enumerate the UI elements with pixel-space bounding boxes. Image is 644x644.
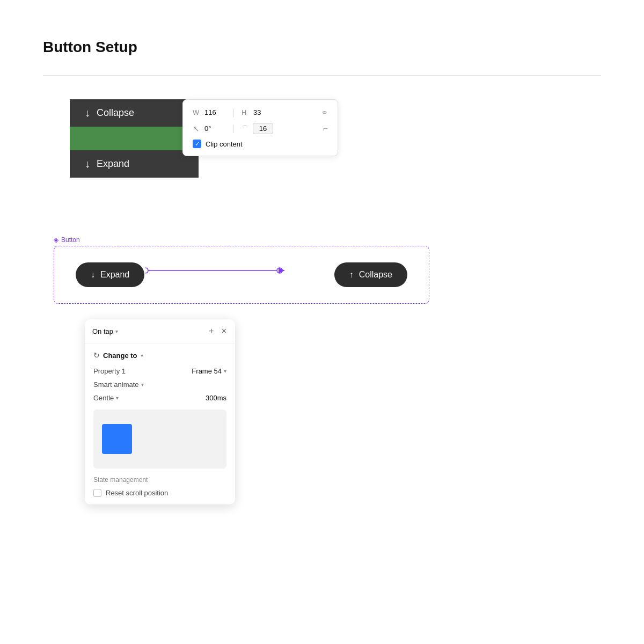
property-name: Property 1 bbox=[93, 367, 126, 375]
divider bbox=[43, 75, 601, 76]
arrow-down-icon: ↓ bbox=[85, 107, 90, 119]
smart-animate-text: Smart animate bbox=[93, 380, 139, 389]
corner-radius-icon: ⌒ bbox=[241, 124, 248, 134]
separator bbox=[233, 108, 234, 117]
add-action-button[interactable]: + bbox=[208, 326, 215, 336]
on-tap-chevron-icon: ▾ bbox=[115, 328, 118, 334]
dimensions-row: W 116 H 33 ⚭ bbox=[193, 107, 328, 118]
frame-selector[interactable]: Frame 54 ▾ bbox=[192, 367, 226, 375]
reset-scroll-checkbox[interactable] bbox=[93, 489, 101, 497]
timing-row: Gentle ▾ 300ms bbox=[93, 394, 226, 402]
expand-button[interactable]: ↓ Expand bbox=[70, 150, 199, 178]
frame-selector-chevron-icon: ▾ bbox=[224, 368, 226, 374]
interaction-section: ◈ Button ↓ Expand ↑ Collapse bbox=[54, 236, 429, 304]
expand-pill-label: Expand bbox=[100, 270, 129, 280]
change-to-row: ↻ Change to ▾ bbox=[93, 351, 226, 360]
component-label-row: ◈ Button bbox=[54, 236, 429, 244]
close-panel-button[interactable]: × bbox=[221, 326, 228, 336]
buttons-section: ↓ Collapse ↓ Expand bbox=[70, 99, 199, 178]
on-tap-label-row: On tap ▾ bbox=[92, 327, 118, 335]
timing-chevron-icon: ▾ bbox=[116, 395, 119, 401]
separator2 bbox=[233, 125, 234, 133]
expand-arrow-icon: ↓ bbox=[91, 270, 95, 280]
on-tap-text: On tap bbox=[92, 327, 113, 335]
action-panel: On tap ▾ + × ↻ Change to ▾ Property 1 Fr… bbox=[85, 319, 235, 504]
clip-label: Clip content bbox=[206, 140, 243, 148]
clip-checkbox[interactable]: ✓ bbox=[193, 140, 201, 148]
height-label: H bbox=[241, 108, 249, 116]
change-to-text: Change to bbox=[103, 352, 137, 360]
property-panel: W 116 H 33 ⚭ ↖ 0° ⌒ ⌐ ✓ Clip content bbox=[182, 99, 338, 156]
expand-pill[interactable]: ↓ Expand bbox=[76, 262, 144, 287]
collapse-pill-label: Collapse bbox=[359, 270, 392, 280]
component-name: Button bbox=[61, 236, 80, 244]
constrain-icon: ⚭ bbox=[321, 107, 328, 118]
collapse-button[interactable]: ↓ Collapse bbox=[70, 99, 199, 127]
smart-animate-chevron-icon: ▾ bbox=[141, 382, 144, 387]
collapse-pill[interactable]: ↑ Collapse bbox=[334, 262, 407, 287]
svg-marker-3 bbox=[279, 268, 285, 273]
width-value: 116 bbox=[204, 108, 226, 116]
green-bar bbox=[70, 127, 199, 150]
change-to-icon: ↻ bbox=[93, 351, 100, 360]
preview-blue-rect bbox=[102, 424, 132, 454]
reset-scroll-label: Reset scroll position bbox=[106, 489, 168, 497]
component-frame: ↓ Expand ↑ Collapse bbox=[54, 246, 429, 304]
preview-box bbox=[93, 409, 226, 469]
smart-animate-row: Smart animate ▾ bbox=[93, 380, 226, 389]
timing-duration: 300ms bbox=[206, 394, 226, 402]
page-title: Button Setup bbox=[43, 39, 137, 56]
rotation-icon: ↖ bbox=[193, 124, 200, 134]
arrow-down-icon2: ↓ bbox=[85, 158, 90, 170]
expand-label: Expand bbox=[97, 158, 129, 170]
width-label: W bbox=[193, 108, 200, 116]
panel-header: On tap ▾ + × bbox=[85, 319, 235, 343]
clip-content-row: ✓ Clip content bbox=[193, 140, 328, 148]
panel-body: ↻ Change to ▾ Property 1 Frame 54 ▾ Smar… bbox=[85, 343, 235, 504]
corner-radius-input[interactable] bbox=[253, 123, 273, 134]
radius-row: ↖ 0° ⌒ ⌐ bbox=[193, 123, 328, 134]
panel-actions: + × bbox=[208, 326, 228, 336]
timing-easing-text: Gentle bbox=[93, 394, 114, 402]
interaction-arrow bbox=[145, 262, 285, 279]
rotation-value: 0° bbox=[204, 125, 226, 133]
property-row: Property 1 Frame 54 ▾ bbox=[93, 367, 226, 375]
frame-selector-label: Frame 54 bbox=[192, 367, 222, 375]
reset-scroll-row: Reset scroll position bbox=[93, 489, 226, 497]
smart-animate-label-row: Smart animate ▾ bbox=[93, 380, 226, 389]
timing-easing-label: Gentle ▾ bbox=[93, 394, 119, 402]
independent-corners-icon: ⌐ bbox=[323, 124, 328, 134]
svg-point-2 bbox=[277, 268, 282, 273]
height-value: 33 bbox=[253, 108, 275, 116]
collapse-arrow-icon: ↑ bbox=[349, 270, 354, 280]
svg-point-0 bbox=[145, 268, 148, 273]
collapse-label: Collapse bbox=[97, 107, 134, 119]
state-management-label: State management bbox=[93, 476, 226, 484]
component-icon: ◈ bbox=[54, 236, 58, 244]
change-to-chevron-icon: ▾ bbox=[141, 353, 143, 358]
